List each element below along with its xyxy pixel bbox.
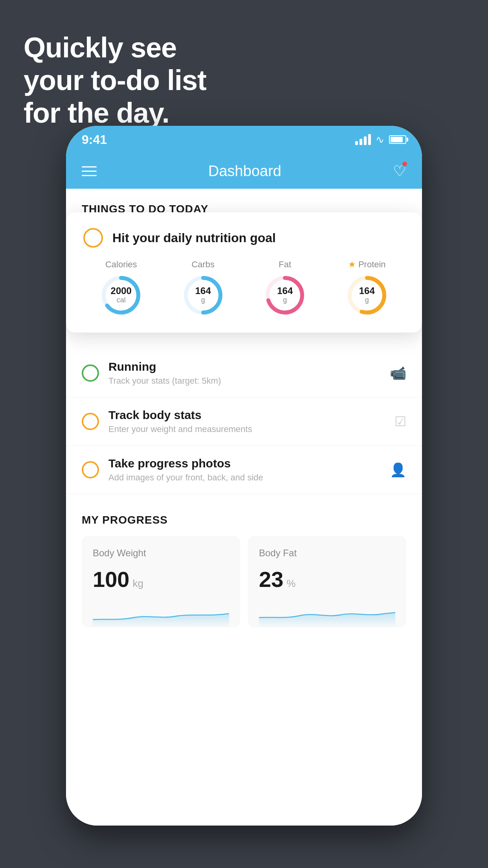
list-item[interactable]: Running Track your stats (target: 5km) 📹 [66,349,422,397]
photos-title: Take progress photos [108,457,380,470]
nutrition-grid: Calories 2000 cal Carbs [83,259,405,317]
star-icon: ★ [348,259,356,270]
photos-text: Take progress photos Add images of your … [108,457,380,483]
nutrition-protein: ★ Protein 164 g [345,259,389,317]
nutrition-calories: Calories 2000 cal [99,259,143,317]
todo-list: Running Track your stats (target: 5km) 📹… [66,349,422,494]
hero-line2: your to-do list [24,64,206,97]
body-fat-card: Body Fat 23 % [248,536,406,627]
fat-label: Fat [279,259,291,270]
nutrition-circle-check [83,228,103,248]
hero-line1: Quickly see [24,31,206,64]
notification-badge [402,161,408,167]
body-weight-label: Body Weight [93,548,229,559]
hero-line3: for the day. [24,97,206,129]
hero-text: Quickly see your to-do list for the day. [24,31,206,129]
wifi-icon: ∿ [376,134,384,146]
body-fat-unit: % [286,577,295,590]
running-title: Running [108,360,380,373]
body-weight-chart [93,604,229,627]
body-fat-number: 23 [259,566,283,592]
body-weight-number: 100 [93,566,129,592]
shoe-icon: 📹 [390,365,406,381]
progress-cards: Body Weight 100 kg [82,536,406,627]
notification-button[interactable]: ♡ [393,162,406,180]
scale-icon: ☑ [394,414,406,429]
calories-donut: 2000 cal [99,274,143,317]
progress-section: MY PROGRESS Body Weight 100 kg [66,494,422,639]
body-fat-chart [259,604,395,627]
body-fat-label: Body Fat [259,548,395,559]
body-stats-subtitle: Enter your weight and measurements [108,424,385,434]
protein-donut: 164 g [345,274,389,317]
nav-title: Dashboard [208,163,281,180]
protein-label: ★ Protein [348,259,386,270]
photos-subtitle: Add images of your front, back, and side [108,473,380,483]
list-item[interactable]: Take progress photos Add images of your … [66,446,422,494]
body-stats-check [82,413,99,430]
nutrition-card: Hit your daily nutrition goal Calories 2… [66,212,422,333]
body-weight-card: Body Weight 100 kg [82,536,240,627]
list-item[interactable]: Track body stats Enter your weight and m… [66,397,422,446]
progress-title: MY PROGRESS [82,514,406,526]
carbs-donut: 164 g [182,274,225,317]
nutrition-card-title: Hit your daily nutrition goal [112,231,276,245]
running-check [82,364,99,382]
body-weight-value: 100 kg [93,566,229,592]
fat-donut: 164 g [263,274,306,317]
phone-frame: 9:41 ∿ Dashboard ♡ THINGS TO DO TODAY [66,126,422,826]
body-stats-title: Track body stats [108,408,385,422]
carbs-label: Carbs [191,259,215,270]
phone-content: THINGS TO DO TODAY Hit your daily nutrit… [66,189,422,826]
battery-icon [389,135,406,144]
status-icons: ∿ [355,134,406,146]
signal-icon [355,134,371,145]
calories-label: Calories [105,259,137,270]
photos-check [82,461,99,478]
body-weight-unit: kg [132,577,143,590]
body-fat-value: 23 % [259,566,395,592]
body-stats-text: Track body stats Enter your weight and m… [108,408,385,434]
nav-bar: Dashboard ♡ [66,153,422,189]
menu-button[interactable] [82,166,97,176]
nutrition-fat: Fat 164 g [263,259,306,317]
status-bar: 9:41 ∿ [66,126,422,153]
status-time: 9:41 [82,132,107,147]
person-icon: 👤 [390,462,406,478]
running-text: Running Track your stats (target: 5km) [108,360,380,386]
card-header: Hit your daily nutrition goal [83,228,405,248]
nutrition-carbs: Carbs 164 g [182,259,225,317]
running-subtitle: Track your stats (target: 5km) [108,376,380,386]
